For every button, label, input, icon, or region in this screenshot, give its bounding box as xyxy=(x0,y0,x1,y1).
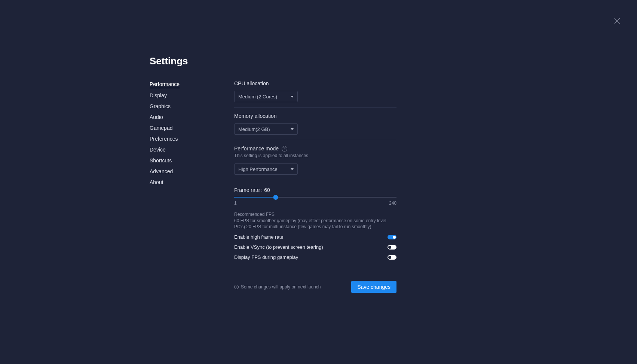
caret-down-icon xyxy=(291,96,294,98)
high-frame-rate-label: Enable high frame rate xyxy=(234,234,284,240)
sidebar-item-shortcuts[interactable]: Shortcuts xyxy=(150,157,172,164)
performance-mode-select[interactable]: High Performance xyxy=(234,163,298,175)
frame-rate-slider[interactable] xyxy=(234,197,396,198)
info-icon: i xyxy=(234,285,239,289)
cpu-allocation-value: Medium (2 Cores) xyxy=(238,94,277,100)
sidebar-item-gamepad[interactable]: Gamepad xyxy=(150,125,172,132)
sidebar-item-advanced[interactable]: Advanced xyxy=(150,168,173,175)
performance-mode-value: High Performance xyxy=(238,166,278,172)
performance-mode-label: Performance mode ? xyxy=(234,146,396,152)
cpu-allocation-select[interactable]: Medium (2 Cores) xyxy=(234,91,298,102)
page-title: Settings xyxy=(150,55,396,67)
high-frame-rate-toggle[interactable] xyxy=(388,235,396,239)
sidebar-item-preferences[interactable]: Preferences xyxy=(150,136,178,143)
display-fps-label: Display FPS during gameplay xyxy=(234,254,298,260)
recommended-fps-label: Recommended FPS xyxy=(234,212,396,217)
frame-rate-label: Frame rate : 60 xyxy=(234,187,396,193)
vsync-toggle[interactable] xyxy=(388,245,396,250)
frame-rate-min: 1 xyxy=(234,201,237,206)
display-fps-toggle[interactable] xyxy=(388,255,396,260)
memory-allocation-label: Memory allocation xyxy=(234,113,396,119)
sidebar-item-performance[interactable]: Performance xyxy=(150,81,180,88)
sidebar-item-graphics[interactable]: Graphics xyxy=(150,103,171,110)
caret-down-icon xyxy=(291,128,294,130)
frame-rate-max: 240 xyxy=(389,201,396,206)
sidebar-item-audio[interactable]: Audio xyxy=(150,114,163,121)
recommended-fps-text: 60 FPS for smoother gameplay (may effect… xyxy=(234,218,396,230)
save-changes-button[interactable]: Save changes xyxy=(351,281,396,293)
close-icon[interactable] xyxy=(614,18,621,24)
footer-note: i Some changes will apply on next launch xyxy=(234,284,321,290)
memory-allocation-value: Medium(2 GB) xyxy=(238,126,270,132)
sidebar: Performance Display Graphics Audio Gamep… xyxy=(150,80,191,293)
help-icon[interactable]: ? xyxy=(282,146,287,152)
sidebar-item-device[interactable]: Device xyxy=(150,147,166,153)
vsync-label: Enable VSync (to prevent screen tearing) xyxy=(234,244,323,250)
sidebar-item-display[interactable]: Display xyxy=(150,92,167,99)
caret-down-icon xyxy=(291,168,294,170)
memory-allocation-select[interactable]: Medium(2 GB) xyxy=(234,123,298,135)
sidebar-item-about[interactable]: About xyxy=(150,179,163,186)
performance-mode-sublabel: This setting is applied to all instances xyxy=(234,153,396,158)
cpu-allocation-label: CPU allocation xyxy=(234,80,396,86)
slider-thumb[interactable] xyxy=(273,195,278,200)
content: CPU allocation Medium (2 Cores) Memory a… xyxy=(234,80,396,293)
